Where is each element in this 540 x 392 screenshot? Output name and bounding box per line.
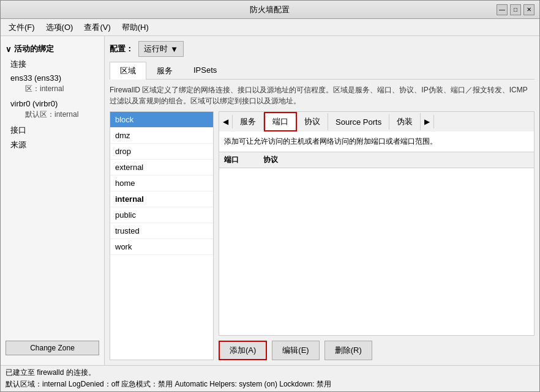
- interface-label: 接口: [10, 125, 26, 135]
- port-col-header: 端口: [224, 155, 239, 165]
- port-table-header: 端口 协议: [219, 152, 534, 168]
- source-label: 来源: [10, 140, 26, 149]
- port-tab-bar: ◀ 服务 端口 协议 Source Ports 伪装 ▶: [219, 111, 534, 131]
- runtime-dropdown[interactable]: 运行时 ▼: [138, 41, 184, 57]
- delete-button[interactable]: 删除(R): [324, 341, 372, 360]
- sidebar: ∨ 活动的绑定 连接 ens33 (ens33) 区：internal virb…: [1, 36, 105, 365]
- zone-dmz[interactable]: dmz: [110, 128, 213, 144]
- active-bindings-label: 活动的绑定: [14, 43, 54, 54]
- status-info: 默认区域：internal LogDenied：off 应急模式：禁用 Auto…: [6, 379, 534, 390]
- port-tab-services[interactable]: 服务: [233, 113, 264, 130]
- zone-block[interactable]: block: [110, 112, 213, 128]
- menu-options[interactable]: 选项(O): [40, 20, 79, 35]
- protocol-col-header: 协议: [263, 155, 278, 165]
- menu-view[interactable]: 查看(V): [78, 20, 116, 35]
- active-bindings-header: ∨ 活动的绑定: [1, 41, 104, 57]
- tab-ipsets[interactable]: IPSets: [183, 62, 227, 80]
- sidebar-group-source: 来源: [1, 138, 104, 152]
- port-tab-ports[interactable]: 端口: [264, 112, 297, 131]
- connections-label: 连接: [10, 59, 26, 68]
- edit-button[interactable]: 编辑(E): [272, 341, 319, 360]
- status-bar: 已建立至 firewalld 的连接。 默认区域：internal LogDen…: [1, 365, 539, 391]
- port-table-body: [219, 168, 534, 335]
- sidebar-group-connections: 连接: [1, 57, 104, 72]
- status-connection: 已建立至 firewalld 的连接。: [6, 368, 534, 378]
- zone-content: block dmz drop external home internal pu…: [110, 111, 534, 360]
- tab-zones[interactable]: 区域: [110, 62, 146, 80]
- sidebar-item-ens33[interactable]: ens33 (ens33) 区：internal: [1, 72, 104, 97]
- zone-description: FirewallD 区域定义了绑定的网络连接、接口以及源地址的可信程度。区域是服…: [110, 84, 534, 106]
- zone-work[interactable]: work: [110, 239, 213, 255]
- sidebar-group-interface: 接口: [1, 123, 104, 138]
- main-window: 防火墙配置 — □ ✕ 文件(F) 选项(O) 查看(V) 帮助(H) ∨ 活动…: [0, 0, 540, 392]
- port-table: 端口 协议: [219, 152, 534, 336]
- menu-file[interactable]: 文件(F): [3, 20, 40, 35]
- ens33-zone: 区：internal: [10, 83, 99, 95]
- runtime-label: 运行时: [144, 43, 168, 54]
- virbr0-zone: 默认区：internal: [10, 108, 99, 121]
- sidebar-item-virbr0[interactable]: virbr0 (virbr0) 默认区：internal: [1, 97, 104, 123]
- ens33-label: ens33 (ens33): [10, 73, 99, 83]
- zone-external[interactable]: external: [110, 160, 213, 176]
- port-tab-right-arrow[interactable]: ▶: [421, 115, 434, 128]
- tab-services[interactable]: 服务: [146, 62, 183, 80]
- maximize-button[interactable]: □: [510, 4, 521, 15]
- window-title: 防火墙配置: [42, 4, 497, 15]
- config-bar: 配置： 运行时 ▼: [110, 41, 534, 57]
- port-description: 添加可让允许访问的主机或者网络访问的附加端口或者端口范围。: [219, 131, 534, 152]
- zone-home[interactable]: home: [110, 176, 213, 191]
- content-area: 配置： 运行时 ▼ 区域 服务 IPSets FirewallD 区域定义了绑定…: [105, 36, 539, 365]
- port-tab-masquerade[interactable]: 伪装: [389, 113, 421, 130]
- action-buttons: 添加(A) 编辑(E) 删除(R): [219, 341, 534, 360]
- sidebar-bottom: Change Zone: [1, 336, 104, 360]
- add-button[interactable]: 添加(A): [219, 341, 267, 360]
- chevron-icon: ∨: [6, 45, 12, 54]
- port-tab-protocols[interactable]: 协议: [297, 113, 328, 130]
- right-panel: ◀ 服务 端口 协议 Source Ports 伪装 ▶ 添加可让允许访问的主机…: [219, 111, 534, 360]
- port-tab-left-arrow[interactable]: ◀: [219, 115, 233, 128]
- minimize-button[interactable]: —: [497, 4, 508, 15]
- virbr0-label: virbr0 (virbr0): [10, 99, 99, 108]
- zone-list[interactable]: block dmz drop external home internal pu…: [110, 111, 214, 360]
- main-area: ∨ 活动的绑定 连接 ens33 (ens33) 区：internal virb…: [1, 36, 539, 365]
- menu-bar: 文件(F) 选项(O) 查看(V) 帮助(H): [1, 19, 539, 36]
- config-label: 配置：: [110, 43, 133, 54]
- zone-public[interactable]: public: [110, 207, 213, 223]
- dropdown-arrow-icon: ▼: [170, 45, 178, 54]
- port-tab-source-ports[interactable]: Source Ports: [328, 114, 389, 130]
- title-bar: 防火墙配置 — □ ✕: [1, 1, 539, 19]
- status-info-text: 默认区域：internal LogDenied：off 应急模式：禁用 Auto…: [6, 379, 331, 390]
- zone-drop[interactable]: drop: [110, 144, 213, 160]
- window-controls: — □ ✕: [497, 4, 534, 15]
- close-button[interactable]: ✕: [523, 4, 534, 15]
- connection-status-text: 已建立至 firewalld 的连接。: [6, 368, 96, 378]
- zone-trusted[interactable]: trusted: [110, 223, 213, 239]
- main-tab-bar: 区域 服务 IPSets: [110, 62, 534, 80]
- change-zone-button[interactable]: Change Zone: [6, 341, 99, 355]
- menu-help[interactable]: 帮助(H): [116, 20, 154, 35]
- zone-internal[interactable]: internal: [110, 191, 213, 207]
